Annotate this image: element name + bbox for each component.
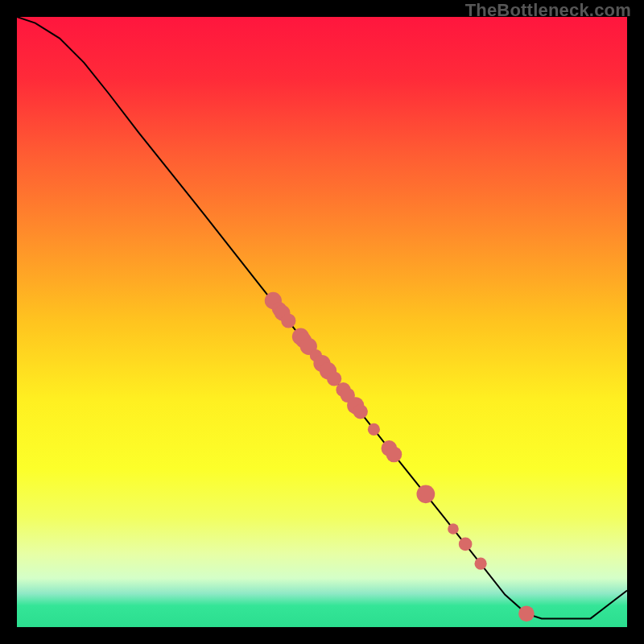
data-point xyxy=(353,404,368,419)
data-point xyxy=(368,423,380,436)
data-point xyxy=(281,313,295,328)
gradient-background xyxy=(17,17,627,627)
data-point xyxy=(518,605,535,621)
data-point xyxy=(475,558,487,570)
data-point xyxy=(416,485,435,503)
chart-stage: TheBottleneck.com xyxy=(0,0,644,644)
watermark-text: TheBottleneck.com xyxy=(465,0,631,21)
data-point xyxy=(386,447,402,463)
data-point xyxy=(459,538,473,551)
chart-svg xyxy=(17,17,627,627)
plot-area xyxy=(17,17,627,627)
data-point xyxy=(448,523,459,535)
